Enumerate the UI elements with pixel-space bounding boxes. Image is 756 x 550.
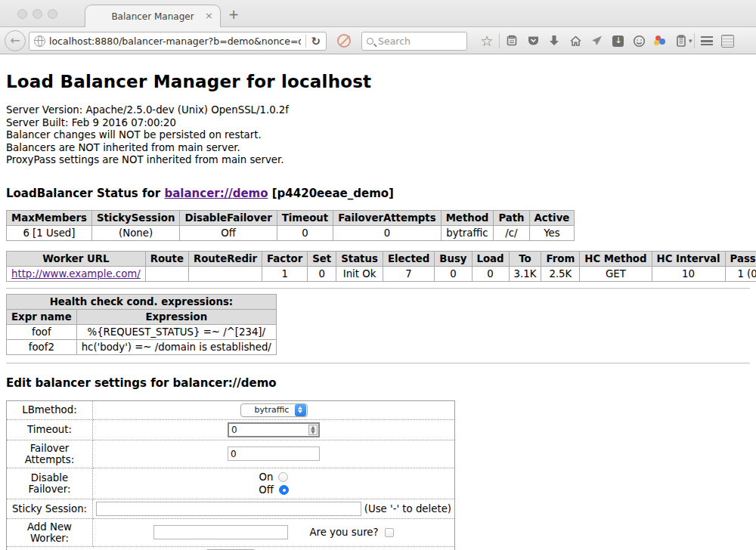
col-disablefailover: DisableFailover <box>180 210 277 225</box>
sticky-session-input[interactable] <box>96 502 361 516</box>
browser-tab[interactable]: Balancer Manager × <box>85 5 221 27</box>
colorful-extension-icon[interactable] <box>649 30 671 51</box>
col-failoverattempts: FailoverAttempts <box>333 210 441 225</box>
loadbalancer-status-heading: LoadBalancer Status for balancer://demo … <box>6 187 750 200</box>
cell-expr-name: foof2 <box>7 339 77 354</box>
table-header-row: Worker URL Route RouteRedir Factor Set S… <box>7 251 756 266</box>
bookmark-star-icon[interactable]: ☆ <box>476 30 497 51</box>
url-text[interactable]: localhost:8880/balancer-manager?b=demo&n… <box>49 36 301 47</box>
disable-failover-row: Disable Failover: On Off <box>7 468 455 499</box>
are-you-sure-checkbox[interactable] <box>385 528 394 537</box>
col-worker-url: Worker URL <box>7 251 146 266</box>
col-status: Status <box>336 251 383 266</box>
download-icon[interactable] <box>544 30 565 51</box>
search-icon <box>367 38 373 45</box>
lbmethod-label: LBmethod: <box>7 400 93 419</box>
sticky-session-note: (Use '-' to delete) <box>364 503 451 514</box>
reading-list-icon[interactable] <box>501 30 522 51</box>
toolbar-separator <box>694 33 695 48</box>
worker-table: Worker URL Route RouteRedir Factor Set S… <box>6 251 756 282</box>
disable-failover-on-radio[interactable] <box>278 472 288 482</box>
tab-title: Balancer Manager <box>111 11 194 22</box>
cell-expression: %{REQUEST_STATUS} =~ /^[234]/ <box>76 324 276 339</box>
col-from: From <box>541 251 580 266</box>
submit-row: Submit <box>7 546 455 550</box>
page-thumbnail-icon[interactable] <box>717 30 739 51</box>
status-heading-suffix: [p4420eeae_demo] <box>268 187 394 200</box>
sticky-session-label: Sticky Session: <box>7 499 93 518</box>
disable-failover-label: Disable Failover: <box>7 468 93 499</box>
are-you-sure-label: Are you sure? <box>309 527 378 538</box>
cell-expr-name: foof <box>7 324 77 339</box>
new-tab-button[interactable]: + <box>228 7 239 22</box>
menu-hamburger-icon[interactable] <box>696 30 717 51</box>
pocket-icon[interactable] <box>522 30 544 51</box>
tab-close-icon[interactable]: × <box>205 10 213 21</box>
col-route: Route <box>145 251 188 266</box>
add-worker-input[interactable] <box>153 525 288 539</box>
status-heading-prefix: LoadBalancer Status for <box>6 187 164 200</box>
site-identity-globe-icon[interactable] <box>34 36 45 47</box>
health-check-table: Health check cond. expressions: Expr nam… <box>6 294 277 355</box>
content-block-icon[interactable] <box>337 34 351 48</box>
cell-to: 3.1K <box>509 266 541 281</box>
table-title-row: Health check cond. expressions: <box>7 294 277 309</box>
reload-icon[interactable]: ↻ <box>311 35 321 48</box>
cell-passes: 1 (0) <box>725 266 756 281</box>
failover-attempts-input[interactable] <box>228 446 320 461</box>
timeout-input[interactable]: 0 ▲▼ <box>228 422 320 437</box>
col-busy: Busy <box>435 251 472 266</box>
col-active: Active <box>529 210 575 225</box>
disable-failover-off-radio[interactable] <box>279 485 289 495</box>
page-title: Load Balancer Manager for localhost <box>6 72 750 91</box>
worker-row: http://www.example.com/ 1 0 Init Ok 7 0 … <box>7 266 756 281</box>
balancer-status-table: MaxMembers StickySession DisableFailover… <box>6 210 575 241</box>
table-row: 6 [1 Used] (None) Off 0 0 bytraffic /c/ … <box>7 225 575 240</box>
table-header-row: Expr name Expression <box>7 309 277 324</box>
cell-stickysession: (None) <box>91 225 179 240</box>
feedback-smiley-icon[interactable] <box>628 30 649 51</box>
cell-hc-method: GET <box>580 266 652 281</box>
window-close-button[interactable] <box>17 9 27 19</box>
chevron-down-icon[interactable]: ▾ <box>689 37 692 45</box>
window-minimize-button[interactable] <box>33 9 42 19</box>
cell-status: Init Ok <box>336 266 383 281</box>
col-hc-method: HC Method <box>580 251 652 266</box>
section-divider <box>6 363 750 364</box>
cell-hc-interval: 10 <box>652 266 725 281</box>
col-to: To <box>509 251 541 266</box>
toolbar-separator <box>499 33 500 48</box>
cell-active: Yes <box>529 225 575 240</box>
url-bar[interactable]: localhost:8880/balancer-manager?b=demo&n… <box>29 32 327 51</box>
col-routeredir: RouteRedir <box>188 251 262 266</box>
col-factor: Factor <box>262 251 308 266</box>
home-icon[interactable] <box>565 30 586 51</box>
save-page-icon[interactable] <box>607 30 628 51</box>
search-placeholder: Search <box>378 36 411 47</box>
search-bar[interactable]: Search <box>361 32 467 51</box>
section-divider <box>6 288 750 289</box>
col-expr-name: Expr name <box>7 309 77 324</box>
edit-settings-heading: Edit balancer settings for balancer://de… <box>6 376 750 390</box>
health-table-title: Health check cond. expressions: <box>7 294 277 309</box>
health-expr-row: foof %{REQUEST_STATUS} =~ /^[234]/ <box>7 324 277 339</box>
persist-notice-line: Balancer changes will NOT be persisted o… <box>6 129 750 142</box>
send-to-device-icon[interactable] <box>586 30 607 51</box>
cell-set: 0 <box>308 266 336 281</box>
lbmethod-select[interactable]: bytraffic <box>240 403 308 417</box>
col-stickysession: StickySession <box>91 210 179 225</box>
inherit-notice-line: Balancers are NOT inherited from main se… <box>6 142 750 155</box>
cell-method: bytraffic <box>441 225 494 240</box>
worker-url-link[interactable]: http://www.example.com/ <box>11 268 141 280</box>
server-info: Server Version: Apache/2.5.0-dev (Unix) … <box>6 104 750 167</box>
toolbar-icons: ☆ <box>476 30 739 51</box>
back-button[interactable]: ← <box>5 30 26 51</box>
add-worker-label: Add New Worker: <box>7 518 93 546</box>
window-zoom-button[interactable] <box>48 9 57 19</box>
balancer-demo-link[interactable]: balancer://demo <box>164 187 268 200</box>
cell-maxmembers: 6 [1 Used] <box>7 225 92 240</box>
proxypass-notice-line: ProxyPass settings are NOT inherited fro… <box>6 154 750 167</box>
col-expression: Expression <box>76 309 276 324</box>
col-method: Method <box>441 210 494 225</box>
number-spinner-icon[interactable]: ▲▼ <box>308 425 318 435</box>
